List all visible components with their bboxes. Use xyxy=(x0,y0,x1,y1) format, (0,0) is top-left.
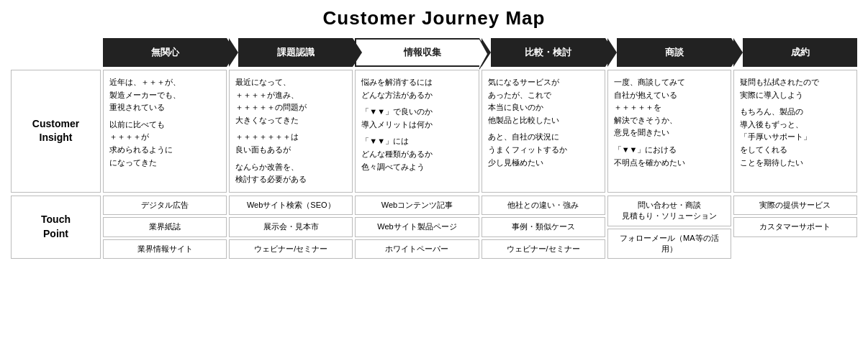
stage-2-label: 課題認識 xyxy=(277,46,315,59)
stage-4-label: 比較・検討 xyxy=(525,46,571,59)
customer-insight-section: CustomerInsight 近年は、＋＋＋が、製造メーカーでも、重視されてい… xyxy=(11,70,857,193)
touch-item-3-1: Webコンテンツ記事 xyxy=(355,196,479,215)
stage-5-label: 商談 xyxy=(665,46,684,59)
header-empty xyxy=(11,38,101,67)
touch-col-5: 問い合わせ・商談見積もり・ソリューション フォローメール（MA等の活用） xyxy=(607,196,731,259)
insight-cell-4: 気になるサービスがあったが、これで本当に良いのか他製品と比較したい あと、自社の… xyxy=(482,70,605,193)
touch-item-4-1: 他社との違い・強み xyxy=(482,196,605,215)
stages-header: 無関心 課題認識 情報収集 比較・検討 商談 xyxy=(103,38,857,67)
stage-5-header: 商談 xyxy=(607,38,731,67)
touch-item-5-1: 問い合わせ・商談見積もり・ソリューション xyxy=(607,196,731,226)
stage-3-arrow: 情報収集 xyxy=(355,38,479,67)
stage-6-header: 成約 xyxy=(733,38,857,67)
touch-col-3: Webコンテンツ記事 Webサイト製品ページ ホワイトペーパー xyxy=(355,196,479,259)
touch-item-1-2: 業界紙誌 xyxy=(103,217,227,236)
touch-item-5-2: フォローメール（MA等の活用） xyxy=(607,229,731,259)
stage-2-arrow: 課題認識 xyxy=(229,38,353,67)
stage-3-header: 情報収集 xyxy=(355,38,479,67)
touch-item-3-3: ホワイトペーパー xyxy=(355,239,479,259)
stage-4-header: 比較・検討 xyxy=(482,38,605,67)
stage-5-arrow: 商談 xyxy=(607,38,731,67)
touch-item-2-2: 展示会・見本市 xyxy=(229,217,353,236)
insight-cell-5: 一度、商談してみて自社が抱えている＋＋＋＋＋を解決できそうか、意見を聞きたい 「… xyxy=(607,70,731,193)
touch-point-cells: デジタル広告 業界紙誌 業界情報サイト Webサイト検索（SEO） 展示会・見本… xyxy=(101,196,857,259)
touch-item-4-2: 事例・類似ケース xyxy=(482,217,605,236)
insight-cell-6: 疑問も払拭されたので実際に導入しよう もちろん、製品の導入後もずっと、「手厚いサ… xyxy=(733,70,857,193)
touch-point-section: TouchPoint デジタル広告 業界紙誌 業界情報サイト Webサイト検索（… xyxy=(11,196,857,259)
touch-col-2: Webサイト検索（SEO） 展示会・見本市 ウェビナー/セミナー xyxy=(229,196,353,259)
stage-4-arrow: 比較・検討 xyxy=(482,38,605,67)
stage-1-label: 無関心 xyxy=(151,46,179,59)
stage-6-label: 成約 xyxy=(791,46,810,59)
touch-item-2-3: ウェビナー/セミナー xyxy=(229,239,353,259)
stage-1-arrow: 無関心 xyxy=(103,38,227,67)
stage-3-label: 情報収集 xyxy=(404,46,441,59)
page-title: Customer Journey Map xyxy=(11,7,857,29)
stage-1-header: 無関心 xyxy=(103,38,227,67)
customer-insight-label: CustomerInsight xyxy=(11,70,101,193)
insight-cell-2: 最近になって、＋＋＋＋が進み、＋＋＋＋＋の問題が大きくなってきた ＋＋＋＋＋＋＋… xyxy=(229,70,353,193)
touch-col-4: 他社との違い・強み 事例・類似ケース ウェビナー/セミナー xyxy=(482,196,605,259)
touch-item-1-1: デジタル広告 xyxy=(103,196,227,215)
touch-item-6-2: カスタマーサポート xyxy=(733,217,857,236)
touch-item-3-2: Webサイト製品ページ xyxy=(355,217,479,236)
stage-6-arrow: 成約 xyxy=(733,38,857,67)
touch-item-6-1: 実際の提供サービス xyxy=(733,196,857,215)
stage-2-header: 課題認識 xyxy=(229,38,353,67)
touch-item-1-3: 業界情報サイト xyxy=(103,239,227,259)
insight-cell-1: 近年は、＋＋＋が、製造メーカーでも、重視されている 以前に比べても＋＋＋＋が求め… xyxy=(103,70,227,193)
insight-cell-3: 悩みを解消するにはどんな方法があるか 「▼▼」で良いのか導入メリットは何か 「▼… xyxy=(355,70,479,193)
touch-item-2-1: Webサイト検索（SEO） xyxy=(229,196,353,215)
touch-col-1: デジタル広告 業界紙誌 業界情報サイト xyxy=(103,196,227,259)
touch-item-4-3: ウェビナー/セミナー xyxy=(482,239,605,259)
touch-point-label: TouchPoint xyxy=(11,196,101,259)
touch-col-6: 実際の提供サービス カスタマーサポート xyxy=(733,196,857,259)
customer-insight-cells: 近年は、＋＋＋が、製造メーカーでも、重視されている 以前に比べても＋＋＋＋が求め… xyxy=(101,70,857,193)
